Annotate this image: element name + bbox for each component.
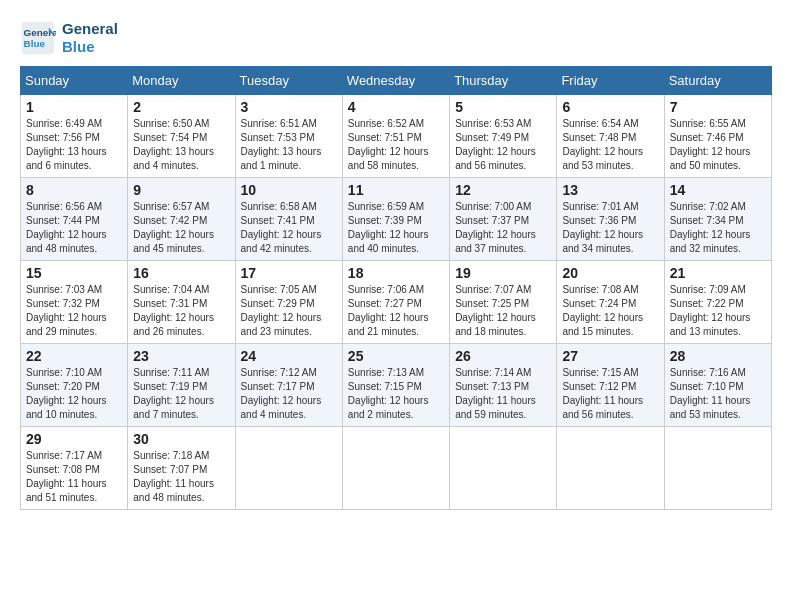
table-row: 12Sunrise: 7:00 AM Sunset: 7:37 PM Dayli… <box>450 178 557 261</box>
table-row: 26Sunrise: 7:14 AM Sunset: 7:13 PM Dayli… <box>450 344 557 427</box>
table-row: 8Sunrise: 6:56 AM Sunset: 7:44 PM Daylig… <box>21 178 128 261</box>
day-info: Sunrise: 7:08 AM Sunset: 7:24 PM Dayligh… <box>562 283 658 339</box>
logo-icon: General Blue <box>20 20 56 56</box>
day-number: 3 <box>241 99 337 115</box>
day-number: 14 <box>670 182 766 198</box>
table-row <box>235 427 342 510</box>
day-info: Sunrise: 6:54 AM Sunset: 7:48 PM Dayligh… <box>562 117 658 173</box>
header-row: Sunday Monday Tuesday Wednesday Thursday… <box>21 67 772 95</box>
table-row: 10Sunrise: 6:58 AM Sunset: 7:41 PM Dayli… <box>235 178 342 261</box>
day-info: Sunrise: 7:00 AM Sunset: 7:37 PM Dayligh… <box>455 200 551 256</box>
table-row <box>450 427 557 510</box>
day-info: Sunrise: 7:06 AM Sunset: 7:27 PM Dayligh… <box>348 283 444 339</box>
week-row-4: 22Sunrise: 7:10 AM Sunset: 7:20 PM Dayli… <box>21 344 772 427</box>
day-info: Sunrise: 6:53 AM Sunset: 7:49 PM Dayligh… <box>455 117 551 173</box>
table-row: 13Sunrise: 7:01 AM Sunset: 7:36 PM Dayli… <box>557 178 664 261</box>
week-row-3: 15Sunrise: 7:03 AM Sunset: 7:32 PM Dayli… <box>21 261 772 344</box>
logo-text-line2: Blue <box>62 38 118 56</box>
day-number: 22 <box>26 348 122 364</box>
table-row: 9Sunrise: 6:57 AM Sunset: 7:42 PM Daylig… <box>128 178 235 261</box>
week-row-1: 1Sunrise: 6:49 AM Sunset: 7:56 PM Daylig… <box>21 95 772 178</box>
col-friday: Friday <box>557 67 664 95</box>
week-row-2: 8Sunrise: 6:56 AM Sunset: 7:44 PM Daylig… <box>21 178 772 261</box>
day-number: 1 <box>26 99 122 115</box>
day-number: 29 <box>26 431 122 447</box>
calendar-table: Sunday Monday Tuesday Wednesday Thursday… <box>20 66 772 510</box>
day-info: Sunrise: 7:01 AM Sunset: 7:36 PM Dayligh… <box>562 200 658 256</box>
table-row: 20Sunrise: 7:08 AM Sunset: 7:24 PM Dayli… <box>557 261 664 344</box>
col-monday: Monday <box>128 67 235 95</box>
day-number: 7 <box>670 99 766 115</box>
day-info: Sunrise: 6:49 AM Sunset: 7:56 PM Dayligh… <box>26 117 122 173</box>
day-info: Sunrise: 7:14 AM Sunset: 7:13 PM Dayligh… <box>455 366 551 422</box>
day-number: 17 <box>241 265 337 281</box>
calendar-body: 1Sunrise: 6:49 AM Sunset: 7:56 PM Daylig… <box>21 95 772 510</box>
day-number: 12 <box>455 182 551 198</box>
table-row: 11Sunrise: 6:59 AM Sunset: 7:39 PM Dayli… <box>342 178 449 261</box>
day-info: Sunrise: 6:52 AM Sunset: 7:51 PM Dayligh… <box>348 117 444 173</box>
table-row <box>342 427 449 510</box>
table-row: 15Sunrise: 7:03 AM Sunset: 7:32 PM Dayli… <box>21 261 128 344</box>
day-number: 2 <box>133 99 229 115</box>
col-saturday: Saturday <box>664 67 771 95</box>
table-row: 5Sunrise: 6:53 AM Sunset: 7:49 PM Daylig… <box>450 95 557 178</box>
col-sunday: Sunday <box>21 67 128 95</box>
svg-text:Blue: Blue <box>24 38 46 49</box>
day-number: 15 <box>26 265 122 281</box>
table-row: 3Sunrise: 6:51 AM Sunset: 7:53 PM Daylig… <box>235 95 342 178</box>
day-number: 9 <box>133 182 229 198</box>
day-info: Sunrise: 7:07 AM Sunset: 7:25 PM Dayligh… <box>455 283 551 339</box>
day-info: Sunrise: 7:13 AM Sunset: 7:15 PM Dayligh… <box>348 366 444 422</box>
day-info: Sunrise: 6:51 AM Sunset: 7:53 PM Dayligh… <box>241 117 337 173</box>
table-row: 18Sunrise: 7:06 AM Sunset: 7:27 PM Dayli… <box>342 261 449 344</box>
day-number: 23 <box>133 348 229 364</box>
day-info: Sunrise: 7:09 AM Sunset: 7:22 PM Dayligh… <box>670 283 766 339</box>
col-wednesday: Wednesday <box>342 67 449 95</box>
week-row-5: 29Sunrise: 7:17 AM Sunset: 7:08 PM Dayli… <box>21 427 772 510</box>
table-row <box>664 427 771 510</box>
day-number: 5 <box>455 99 551 115</box>
logo: General Blue General Blue <box>20 20 118 56</box>
day-number: 11 <box>348 182 444 198</box>
day-number: 26 <box>455 348 551 364</box>
table-row: 30Sunrise: 7:18 AM Sunset: 7:07 PM Dayli… <box>128 427 235 510</box>
day-number: 28 <box>670 348 766 364</box>
table-row: 21Sunrise: 7:09 AM Sunset: 7:22 PM Dayli… <box>664 261 771 344</box>
table-row: 1Sunrise: 6:49 AM Sunset: 7:56 PM Daylig… <box>21 95 128 178</box>
table-row: 16Sunrise: 7:04 AM Sunset: 7:31 PM Dayli… <box>128 261 235 344</box>
day-number: 13 <box>562 182 658 198</box>
day-info: Sunrise: 6:55 AM Sunset: 7:46 PM Dayligh… <box>670 117 766 173</box>
table-row: 7Sunrise: 6:55 AM Sunset: 7:46 PM Daylig… <box>664 95 771 178</box>
table-row: 28Sunrise: 7:16 AM Sunset: 7:10 PM Dayli… <box>664 344 771 427</box>
day-number: 21 <box>670 265 766 281</box>
day-number: 19 <box>455 265 551 281</box>
day-info: Sunrise: 7:03 AM Sunset: 7:32 PM Dayligh… <box>26 283 122 339</box>
day-info: Sunrise: 6:58 AM Sunset: 7:41 PM Dayligh… <box>241 200 337 256</box>
table-row: 6Sunrise: 6:54 AM Sunset: 7:48 PM Daylig… <box>557 95 664 178</box>
day-info: Sunrise: 7:12 AM Sunset: 7:17 PM Dayligh… <box>241 366 337 422</box>
day-number: 8 <box>26 182 122 198</box>
day-number: 6 <box>562 99 658 115</box>
day-info: Sunrise: 7:04 AM Sunset: 7:31 PM Dayligh… <box>133 283 229 339</box>
table-row: 19Sunrise: 7:07 AM Sunset: 7:25 PM Dayli… <box>450 261 557 344</box>
table-row: 25Sunrise: 7:13 AM Sunset: 7:15 PM Dayli… <box>342 344 449 427</box>
day-number: 20 <box>562 265 658 281</box>
table-row <box>557 427 664 510</box>
col-tuesday: Tuesday <box>235 67 342 95</box>
table-row: 23Sunrise: 7:11 AM Sunset: 7:19 PM Dayli… <box>128 344 235 427</box>
day-info: Sunrise: 6:57 AM Sunset: 7:42 PM Dayligh… <box>133 200 229 256</box>
day-info: Sunrise: 7:17 AM Sunset: 7:08 PM Dayligh… <box>26 449 122 505</box>
table-row: 4Sunrise: 6:52 AM Sunset: 7:51 PM Daylig… <box>342 95 449 178</box>
table-row: 2Sunrise: 6:50 AM Sunset: 7:54 PM Daylig… <box>128 95 235 178</box>
day-number: 4 <box>348 99 444 115</box>
col-thursday: Thursday <box>450 67 557 95</box>
day-number: 24 <box>241 348 337 364</box>
table-row: 24Sunrise: 7:12 AM Sunset: 7:17 PM Dayli… <box>235 344 342 427</box>
logo-text-line1: General <box>62 20 118 38</box>
day-info: Sunrise: 7:11 AM Sunset: 7:19 PM Dayligh… <box>133 366 229 422</box>
table-row: 17Sunrise: 7:05 AM Sunset: 7:29 PM Dayli… <box>235 261 342 344</box>
day-number: 10 <box>241 182 337 198</box>
day-info: Sunrise: 7:10 AM Sunset: 7:20 PM Dayligh… <box>26 366 122 422</box>
day-info: Sunrise: 7:15 AM Sunset: 7:12 PM Dayligh… <box>562 366 658 422</box>
day-number: 18 <box>348 265 444 281</box>
